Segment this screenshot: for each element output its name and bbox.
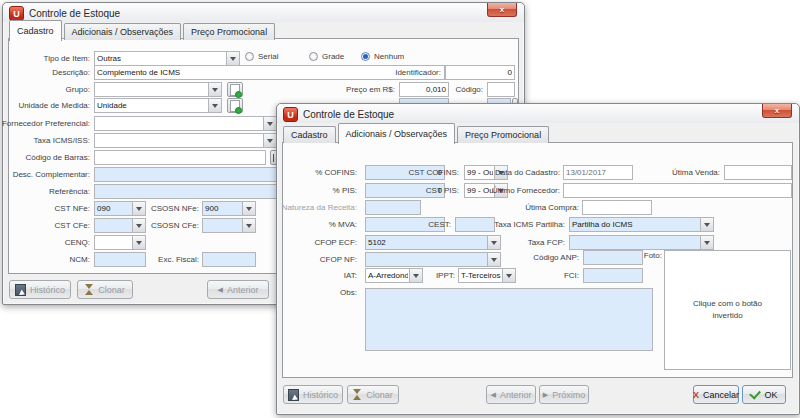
fci-label: FCI: <box>564 268 579 283</box>
chevron-down-icon <box>208 99 221 112</box>
proximo-label: Próximo <box>552 390 585 400</box>
cenq-select[interactable] <box>94 235 146 250</box>
cfop-ecf-value: 5102 <box>368 236 486 249</box>
ultimo-fornecedor-label: Último Fornecedor: <box>492 183 560 198</box>
fci-input[interactable] <box>583 268 643 283</box>
ultima-venda-label: Útima Venda: <box>672 165 720 180</box>
csosn-nfe-select[interactable]: 900 <box>202 201 256 216</box>
add-grupo-button[interactable] <box>227 82 243 97</box>
taxa-icms-partilha-select[interactable]: Partilha do ICMS <box>569 217 714 232</box>
taxa-fcp-value <box>572 236 699 249</box>
pis-label: % PIS: <box>333 183 357 198</box>
front-titlebar[interactable]: U Controle de Estoque <box>277 104 799 123</box>
anterior-label: Anterior <box>500 390 532 400</box>
csosn-nfe-value: 900 <box>205 202 241 215</box>
front-tab-adicionais[interactable]: Adicionais / Observações <box>338 123 456 144</box>
back-tab-cadastro[interactable]: Cadastro <box>9 20 62 41</box>
identificador-input[interactable]: 0 <box>445 65 515 80</box>
taxa-icms-partilha-value: Partilha do ICMS <box>572 218 699 231</box>
cenq-label: CENQ: <box>65 235 90 250</box>
chevron-down-icon <box>263 134 276 147</box>
chevron-down-icon <box>263 117 276 130</box>
back-tab-adicionais[interactable]: Adicionais / Observações <box>64 23 182 40</box>
ultimo-fornecedor-input[interactable] <box>563 183 792 198</box>
front-window-title: Controle de Estoque <box>303 109 394 120</box>
front-tab-page-adicionais: % COFINS: 0 CST COFINS: 99 - Outras Data… <box>282 142 793 378</box>
chevron-down-icon <box>226 52 239 65</box>
csosn-cfe-label: CSOSN CFe: <box>151 218 199 233</box>
obs-textarea[interactable] <box>365 288 653 351</box>
front-close-button[interactable]: x <box>762 104 792 118</box>
ncm-input[interactable] <box>94 252 146 267</box>
codigo-anp-input[interactable] <box>583 250 643 265</box>
radio-grade[interactable]: Grade <box>309 52 344 61</box>
mva-label: % MVA: <box>329 217 357 232</box>
foto-dropzone[interactable]: Clique com o botão invertido <box>664 250 791 370</box>
front-proximo-button[interactable]: ▶ Próximo <box>539 385 589 404</box>
taxa-icms-iss-label: Taxa ICMS/ISS: <box>34 133 90 148</box>
front-tab-cadastro[interactable]: Cadastro <box>283 126 336 143</box>
iat-select[interactable]: A-Arredondo <box>365 268 423 283</box>
front-clonar-button[interactable]: Clonar <box>347 385 399 404</box>
iat-value: A-Arredondo <box>368 269 408 282</box>
radio-serial[interactable]: Serial <box>245 52 278 61</box>
hourglass-icon <box>85 284 94 295</box>
tipo-de-item-value: Outras <box>97 52 225 65</box>
grupo-select[interactable] <box>94 82 222 97</box>
back-historico-button[interactable]: Histórico <box>9 280 71 299</box>
exc-fiscal-label: Exc. Fiscal: <box>158 252 199 267</box>
obs-label: Obs: <box>340 285 357 300</box>
clonar-label: Clonar <box>98 285 125 295</box>
natureza-da-receita-input[interactable] <box>365 200 421 215</box>
data-do-cadastro-input[interactable]: 13/01/2017 <box>563 165 633 180</box>
radio-nenhum[interactable]: Nenhum <box>361 52 404 61</box>
unidade-de-medida-value: Unidade <box>97 99 207 112</box>
cst-nfe-select[interactable]: 090 <box>94 201 146 216</box>
cfop-ecf-label: CFOP ECF: <box>314 235 357 250</box>
cenq-value <box>97 236 131 249</box>
cfop-nf-label: CFOP NF: <box>320 252 357 267</box>
codigo-input[interactable] <box>487 82 515 97</box>
unidade-de-medida-select[interactable]: Unidade <box>94 98 222 113</box>
front-tab-preco-promocional[interactable]: Preço Promocional <box>457 126 549 143</box>
csosn-cfe-select[interactable] <box>202 218 256 233</box>
add-unidade-button[interactable] <box>227 98 243 113</box>
ok-label: OK <box>764 390 777 400</box>
exc-fiscal-input[interactable] <box>202 252 256 267</box>
cfop-nf-select[interactable] <box>365 252 501 267</box>
ippt-select[interactable]: T-Terceiros <box>458 268 516 283</box>
ultima-compra-label: Útima Compra: <box>525 200 579 215</box>
cancelar-button[interactable]: X Cancelar <box>693 385 739 404</box>
ok-button[interactable]: OK <box>742 385 786 404</box>
back-close-button[interactable]: x <box>487 3 517 17</box>
cest-input[interactable] <box>455 217 495 232</box>
cst-pis-value: 99 - Outras <box>467 184 493 197</box>
taxa-fcp-select[interactable] <box>569 235 714 250</box>
referencia-label: Referência: <box>49 184 90 199</box>
preco-em-rs-input[interactable]: 0,010 <box>399 82 449 97</box>
chevron-down-icon <box>132 202 145 215</box>
tipo-de-item-select[interactable]: Outras <box>94 51 240 66</box>
cst-cfe-select[interactable] <box>94 218 146 233</box>
radio-grade-label: Grade <box>322 52 344 61</box>
back-anterior-button[interactable]: ◀ Anterior <box>207 280 269 299</box>
radio-serial-label: Serial <box>258 52 278 61</box>
codigo-de-barras-input[interactable] <box>94 150 266 165</box>
back-clonar-button[interactable]: Clonar <box>77 280 133 299</box>
app-icon: U <box>283 107 298 122</box>
front-anterior-button[interactable]: ◀ Anterior <box>486 385 536 404</box>
fornecedor-preferencial-select[interactable] <box>94 116 277 131</box>
front-historico-button[interactable]: Histórico <box>283 385 343 404</box>
back-tab-preco-promocional[interactable]: Preço Promocional <box>183 23 275 40</box>
clonar-label: Clonar <box>366 390 393 400</box>
chevron-down-icon <box>242 219 255 232</box>
ultima-venda-input[interactable] <box>724 165 792 180</box>
chevron-down-icon <box>409 269 422 282</box>
iat-label: IAT: <box>344 268 357 283</box>
taxa-icms-iss-select[interactable] <box>94 133 277 148</box>
historico-label: Histórico <box>30 285 65 295</box>
descricao-input[interactable]: Complemento de ICMS <box>94 65 445 80</box>
cfop-ecf-select[interactable]: 5102 <box>365 235 501 250</box>
ultima-compra-input[interactable] <box>582 200 652 215</box>
identificador-label: Identificador: <box>395 65 441 80</box>
